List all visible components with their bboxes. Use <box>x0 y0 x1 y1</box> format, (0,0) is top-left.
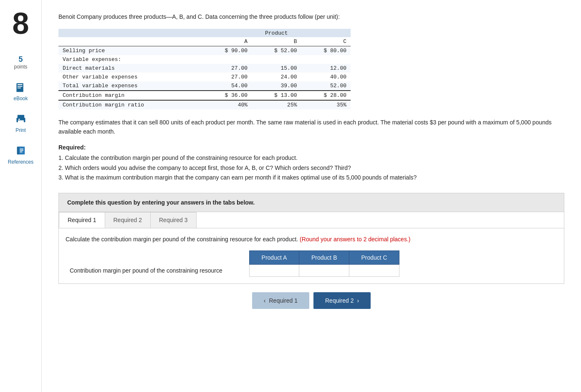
table-row: Contribution margin ratio40%25%35% <box>58 100 351 109</box>
answer-input-c[interactable] <box>354 267 395 274</box>
required-list: 1. Calculate the contribution margin per… <box>58 153 564 183</box>
svg-rect-10 <box>20 149 23 149</box>
col-a-header: A <box>202 37 252 46</box>
svg-rect-3 <box>17 88 20 89</box>
tab-content-required1: Calculate the contribution margin per po… <box>59 228 564 283</box>
tab-req2[interactable]: Required 2 <box>105 212 151 228</box>
answer-row-label: Contribution margin per pound of the con… <box>66 265 249 277</box>
svg-rect-11 <box>20 150 23 151</box>
svg-rect-1 <box>17 84 22 85</box>
sidebar-item-references[interactable]: References <box>8 146 33 165</box>
table-row: Other variable expenses27.0024.0040.00 <box>58 73 351 81</box>
svg-rect-7 <box>18 119 20 120</box>
tab-list: Required 1Required 2Required 3 <box>59 212 564 228</box>
complete-banner: Complete this question by entering your … <box>58 193 564 212</box>
product-header: Product <box>202 29 351 37</box>
tab-req1[interactable]: Required 1 <box>59 212 105 228</box>
answer-cell-c[interactable] <box>349 265 399 277</box>
answer-input-b[interactable] <box>303 267 345 274</box>
col-product-b-header: Product B <box>299 251 349 265</box>
col-product-a-header: Product A <box>249 251 299 265</box>
col-c-header: C <box>301 37 351 46</box>
next-button[interactable]: Required 2 › <box>313 292 371 309</box>
main-content: Benoit Company produces three products—A… <box>42 0 581 392</box>
tab-req3[interactable]: Required 3 <box>150 212 197 228</box>
table-row: Contribution margin$ 36.00$ 13.00$ 28.00 <box>58 91 351 100</box>
answer-table: Product A Product B Product C Contributi… <box>66 250 399 277</box>
references-label: References <box>8 159 33 165</box>
svg-rect-6 <box>18 120 24 124</box>
svg-rect-12 <box>20 152 22 152</box>
next-arrow-icon: › <box>357 297 359 304</box>
table-row: Selling price$ 90.00$ 52.00$ 80.00 <box>58 46 351 56</box>
references-icon <box>15 146 27 157</box>
prev-button[interactable]: ‹ Required 1 <box>252 292 309 309</box>
sidebar-points-value: 5 <box>14 55 27 64</box>
next-button-label: Required 2 <box>325 297 354 304</box>
tabs-container: Required 1Required 2Required 3 Calculate… <box>58 212 564 284</box>
table-row: Variable expenses: <box>58 55 351 64</box>
required-item: 2. Which orders would you advise the com… <box>58 163 564 173</box>
ebook-icon <box>15 82 27 94</box>
table-row: Direct materials27.0015.0012.00 <box>58 64 351 73</box>
tab-instruction: Calculate the contribution margin per po… <box>66 235 557 244</box>
sidebar-number: 8 <box>12 8 29 38</box>
intro-text: Benoit Company produces three products—A… <box>58 13 564 21</box>
answer-col-empty <box>66 251 249 265</box>
sidebar-item-ebook[interactable]: eBook <box>13 82 28 101</box>
nav-buttons: ‹ Required 1 Required 2 › <box>58 292 564 309</box>
col-product-c-header: Product C <box>349 251 399 265</box>
print-icon <box>15 114 27 126</box>
answer-cell-a[interactable] <box>249 265 299 277</box>
required-item: 1. Calculate the contribution margin per… <box>58 153 564 163</box>
table-row: Total variable expenses54.0039.0052.00 <box>58 81 351 91</box>
required-label: Required: <box>58 144 564 151</box>
ebook-label: eBook <box>13 96 28 101</box>
tab-instruction-main: Calculate the contribution margin per po… <box>66 236 298 243</box>
sidebar-item-print[interactable]: Print <box>15 114 27 133</box>
required-item: 3. What is the maximum contribution marg… <box>58 173 564 183</box>
prev-button-label: Required 1 <box>269 297 298 304</box>
sidebar: 8 5 points eBook Print References <box>0 0 42 392</box>
sidebar-points-group: 5 points <box>14 55 27 70</box>
answer-cell-b[interactable] <box>299 265 349 277</box>
product-table: Product A B C Selling price$ 90.00$ 52.0… <box>58 29 351 109</box>
answer-input-a[interactable] <box>254 267 295 274</box>
tab-instruction-round: (Round your answers to 2 decimal places.… <box>300 236 410 243</box>
description-text: The company estimates that it can sell 8… <box>58 118 564 137</box>
col-b-header: B <box>252 37 301 46</box>
svg-rect-2 <box>17 86 22 87</box>
table-row: Contribution margin per pound of the con… <box>66 265 399 277</box>
prev-arrow-icon: ‹ <box>264 297 266 304</box>
print-label: Print <box>15 127 26 133</box>
sidebar-points-suffix: points <box>14 64 27 70</box>
